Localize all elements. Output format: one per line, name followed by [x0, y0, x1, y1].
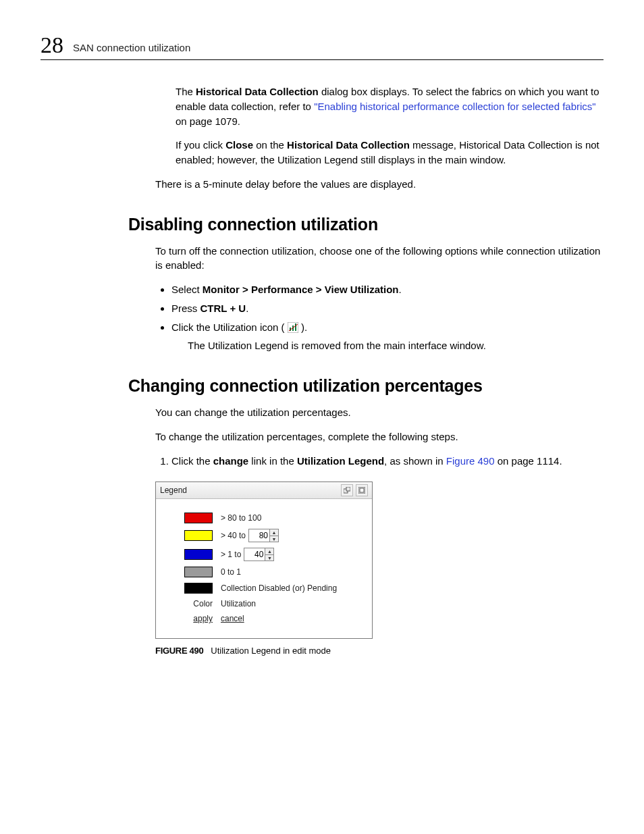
legend-action-row: applycancel: [165, 614, 363, 623]
text: on the: [253, 139, 287, 151]
disabling-after: The Utilization Legend is removed from t…: [188, 338, 603, 353]
text: Click the Utilization icon (: [171, 321, 285, 333]
disabling-item-ctrl-u: Press CTRL + U.: [171, 301, 603, 316]
legend-swatch-cell: [165, 583, 221, 594]
bold-text: Historical Data Collection: [287, 139, 410, 151]
spinner-down-icon[interactable]: ▼: [270, 536, 278, 542]
legend-swatch-cell: [165, 530, 221, 541]
figure-caption-text: Utilization Legend in edit mode: [211, 646, 331, 656]
heading-disabling: Disabling connection utilization: [128, 215, 603, 234]
spinner-up-icon[interactable]: ▲: [270, 529, 278, 536]
legend-label: > 1 to: [221, 550, 241, 559]
changing-step-1: Click the change link in the Utilization…: [171, 454, 603, 469]
heading-changing: Changing connection utilization percenta…: [128, 376, 603, 396]
intro-block: The Historical Data Collection dialog bo…: [176, 84, 603, 167]
legend-titlebar: Legend: [156, 482, 372, 499]
legend-label-cell: Collection Disabled (or) Pending: [221, 583, 363, 593]
svg-rect-6: [346, 487, 350, 491]
text: on page 1114.: [495, 455, 562, 467]
section-title: SAN connection utilization: [73, 42, 190, 53]
legend-row: 0 to 1: [165, 567, 363, 577]
legend-label: > 40 to: [221, 531, 246, 540]
legend-row: > 40 to▲▼: [165, 529, 363, 542]
legend-label-cell: > 80 to 100: [221, 513, 363, 523]
disabling-list: Select Monitor > Performance > View Util…: [155, 282, 603, 353]
bold-text: Close: [225, 139, 253, 151]
link-enabling-historical[interactable]: "Enabling historical performance collect…: [314, 101, 596, 112]
intro-p3: There is a 5-minute delay before the val…: [155, 177, 603, 192]
legend-label-cell: > 1 to▲▼: [221, 548, 363, 561]
text: link in the: [248, 455, 297, 467]
legend-color-swatch: [184, 583, 213, 594]
legend-body: > 80 to 100> 40 to▲▼> 1 to▲▼0 to 1Collec…: [156, 499, 372, 638]
text: .: [398, 284, 401, 295]
bold-text: Historical Data Collection: [196, 86, 319, 97]
legend-row: > 1 to▲▼: [165, 548, 363, 561]
legend-color-header: Color: [165, 599, 221, 608]
changing-steps: Click the change link in the Utilization…: [155, 454, 603, 469]
legend-util-header: Utilization: [221, 599, 363, 608]
disabling-item-icon: Click the Utilization icon ( ). The Util…: [171, 320, 603, 354]
legend-threshold-input[interactable]: [249, 529, 269, 542]
legend-detach-icon[interactable]: [341, 484, 353, 496]
text: Click the: [171, 455, 213, 467]
legend-swatch-cell: [165, 513, 221, 523]
legend-label-cell: > 40 to▲▼: [221, 529, 363, 542]
legend-threshold-input[interactable]: [244, 548, 265, 561]
spinner-up-icon[interactable]: ▲: [265, 548, 273, 555]
bold-text: CTRL + U: [200, 303, 246, 314]
changing-p2: To change the utilization percentages, c…: [155, 429, 603, 444]
legend-row: Collection Disabled (or) Pending: [165, 583, 363, 594]
svg-rect-3: [295, 323, 296, 331]
bold-text: change: [213, 455, 249, 467]
utilization-legend-panel: Legend > 80 to 100> 40 to▲▼> 1 to▲▼0 to …: [155, 481, 373, 639]
figure-label: FIGURE 490: [155, 646, 203, 656]
text: Press: [171, 303, 200, 314]
legend-header-row: ColorUtilization: [165, 599, 363, 608]
text: The: [176, 86, 196, 97]
legend-color-swatch: [184, 530, 213, 541]
legend-cancel-link[interactable]: cancel: [221, 614, 244, 623]
svg-rect-8: [360, 488, 364, 492]
text: , as shown in: [384, 455, 446, 467]
bold-text: Utilization Legend: [297, 455, 384, 467]
disabling-item-monitor: Select Monitor > Performance > View Util…: [171, 282, 603, 297]
legend-dock-icon[interactable]: [356, 484, 368, 496]
legend-title-text: Legend: [160, 486, 187, 495]
page-header: 28 SAN connection utilization: [41, 34, 603, 60]
intro-p1: The Historical Data Collection dialog bo…: [176, 84, 603, 128]
figure-caption: FIGURE 490 Utilization Legend in edit mo…: [155, 646, 603, 656]
legend-label-cell: 0 to 1: [221, 567, 363, 577]
text: Select: [171, 284, 203, 295]
legend-label: > 80 to 100: [221, 513, 261, 523]
intro-p2: If you click Close on the Historical Dat…: [176, 138, 603, 167]
legend-color-swatch: [184, 549, 213, 560]
legend-label: 0 to 1: [221, 567, 241, 577]
legend-swatch-cell: [165, 549, 221, 560]
legend-color-swatch: [184, 513, 213, 523]
text: If you click: [176, 139, 225, 151]
legend-threshold-spinner[interactable]: ▲▼: [248, 529, 279, 542]
utilization-icon: [285, 321, 301, 333]
spinner-down-icon[interactable]: ▼: [265, 555, 273, 561]
chapter-number: 28: [41, 34, 63, 57]
text: ).: [301, 321, 307, 333]
text: on page 1079.: [176, 115, 240, 127]
legend-label: Collection Disabled (or) Pending: [221, 583, 337, 593]
link-figure-490[interactable]: Figure 490: [446, 455, 495, 467]
legend-row: > 80 to 100: [165, 513, 363, 523]
legend-swatch-cell: [165, 567, 221, 577]
changing-p1: You can change the utilization percentag…: [155, 405, 603, 420]
legend-color-swatch: [184, 567, 213, 577]
text: .: [246, 303, 248, 314]
legend-threshold-spinner[interactable]: ▲▼: [244, 548, 274, 561]
disabling-intro: To turn off the connection utilization, …: [155, 244, 603, 273]
bold-text: Monitor > Performance > View Utilization: [203, 284, 399, 295]
legend-apply-link[interactable]: apply: [193, 614, 213, 623]
